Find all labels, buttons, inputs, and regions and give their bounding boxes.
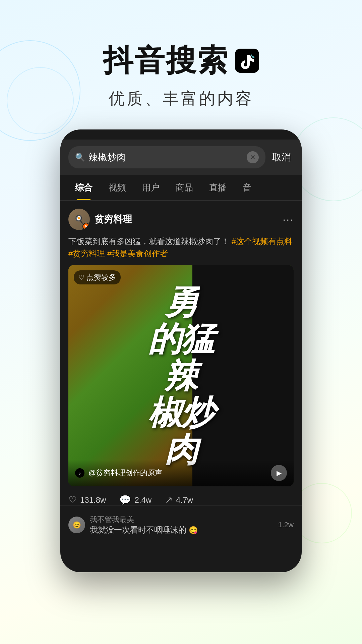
more-options-button[interactable]: ··· xyxy=(283,213,294,226)
phone-wrapper: 🔍 辣椒炒肉 ✕ 取消 综合 视频 用户 商品 直播 音 🍳 xyxy=(0,129,362,572)
title-text: 抖音搜索 xyxy=(103,40,229,81)
content-area: 🍳 V 贫穷料理 ··· 下饭菜到底有多凶猛，就看这道辣椒炒肉了！ #这个视频有… xyxy=(60,201,302,494)
heart-stat-icon: ♡ xyxy=(68,494,77,505)
hashtag-3[interactable]: #我是美食创作者 xyxy=(107,249,168,258)
search-input-area[interactable]: 🔍 辣椒炒肉 ✕ xyxy=(68,146,265,168)
comment-emoji: 😋 xyxy=(189,526,198,534)
comment-avatar: 😊 xyxy=(68,517,85,533)
tabs-bar: 综合 视频 用户 商品 直播 音 xyxy=(60,175,302,201)
tiktok-small-icon: ♪ xyxy=(75,468,84,478)
post-text: 下饭菜到底有多凶猛，就看这道辣椒炒肉了！ #这个视频有点料 #贫穷料理 #我是美… xyxy=(68,235,294,260)
tiktok-logo xyxy=(235,49,259,73)
search-clear-button[interactable]: ✕ xyxy=(247,151,259,163)
tab-直播[interactable]: 直播 xyxy=(201,175,235,200)
post-header: 🍳 V 贫穷料理 ··· xyxy=(68,209,294,230)
tab-音乐[interactable]: 音 xyxy=(235,175,259,200)
header-section: 抖音搜索 优质、丰富的内容 xyxy=(0,0,362,109)
share-stat-icon: ↗ xyxy=(165,494,173,505)
video-text-overlay: 勇的猛辣椒炒肉 xyxy=(68,283,294,468)
phone-frame: 🔍 辣椒炒肉 ✕ 取消 综合 视频 用户 商品 直播 音 🍳 xyxy=(60,129,302,572)
comment-content: 我就没一次看时不咽唾沫的 😋 xyxy=(90,525,274,535)
likes-count: 131.8w xyxy=(80,495,106,505)
tab-商品[interactable]: 商品 xyxy=(168,175,201,200)
shares-stat[interactable]: ↗ 4.7w xyxy=(165,494,193,505)
search-query-text: 辣椒炒肉 xyxy=(88,151,243,164)
likes-stat[interactable]: ♡ 131.8w xyxy=(68,494,106,505)
tab-用户[interactable]: 用户 xyxy=(134,175,168,200)
search-icon: 🔍 xyxy=(75,153,85,162)
search-cancel-button[interactable]: 取消 xyxy=(269,151,294,164)
video-source-text: @贫穷料理创作的原声 xyxy=(88,468,267,478)
search-bar: 🔍 辣椒炒肉 ✕ 取消 xyxy=(60,140,302,175)
hashtag-1[interactable]: #这个视频有点料 xyxy=(232,237,292,246)
comment-item: 😊 我不管我最美 我就没一次看时不咽唾沫的 😋 1.2w xyxy=(68,511,294,539)
like-badge: ♡ 点赞较多 xyxy=(74,270,121,284)
main-title: 抖音搜索 xyxy=(0,40,362,81)
comment-text-area: 我不管我最美 我就没一次看时不咽唾沫的 😋 xyxy=(90,515,274,535)
tab-视频[interactable]: 视频 xyxy=(101,175,134,200)
comment-text: 我就没一次看时不咽唾沫的 xyxy=(90,525,186,534)
comments-count: 2.4w xyxy=(134,495,152,505)
author-avatar: 🍳 V xyxy=(68,209,90,230)
comment-likes[interactable]: 1.2w xyxy=(278,521,294,529)
stats-bar: ♡ 131.8w 💬 2.4w ↗ 4.7w xyxy=(60,494,302,505)
comment-username: 我不管我最美 xyxy=(90,515,274,525)
play-button[interactable]: ▶ xyxy=(271,465,287,481)
comment-stat-icon: 💬 xyxy=(119,494,131,505)
heart-icon: ♡ xyxy=(78,273,84,281)
author-name[interactable]: 贫穷料理 xyxy=(95,213,132,226)
comments-stat[interactable]: 💬 2.4w xyxy=(119,494,152,505)
video-big-text: 勇的猛辣椒炒肉 xyxy=(68,283,294,468)
video-bottom-bar: ♪ @贫穷料理创作的原声 ▶ xyxy=(68,460,294,486)
video-container[interactable]: ♡ 点赞较多 勇的猛辣椒炒肉 ♪ @贫穷料理创作的原声 ▶ xyxy=(68,265,294,486)
like-badge-text: 点赞较多 xyxy=(86,272,116,282)
comment-section: 😊 我不管我最美 我就没一次看时不咽唾沫的 😋 1.2w xyxy=(60,505,302,544)
hashtag-2[interactable]: #贫穷料理 xyxy=(68,249,107,258)
verified-badge: V xyxy=(82,223,90,230)
subtitle: 优质、丰富的内容 xyxy=(0,88,362,109)
shares-count: 4.7w xyxy=(176,495,193,505)
post-main-text: 下饭菜到底有多凶猛，就看这道辣椒炒肉了！ xyxy=(68,237,229,246)
post-author: 🍳 V 贫穷料理 xyxy=(68,209,132,230)
tab-综合[interactable]: 综合 xyxy=(67,175,101,200)
